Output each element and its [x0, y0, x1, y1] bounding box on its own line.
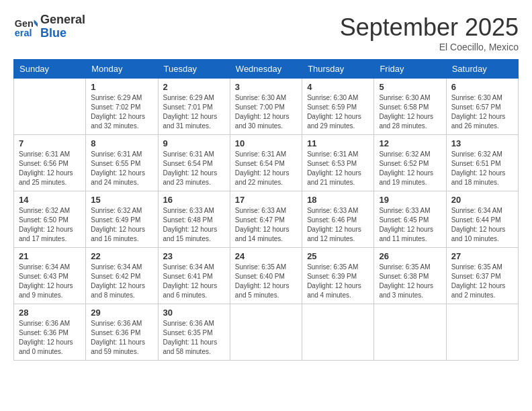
day-number: 2 — [163, 82, 225, 92]
day-info: Sunrise: 6:31 AM Sunset: 6:56 PM Dayligh… — [19, 150, 81, 187]
calendar-cell — [374, 304, 446, 361]
day-number: 16 — [163, 195, 225, 205]
column-header-tuesday: Tuesday — [158, 60, 230, 79]
calendar-cell: 1Sunrise: 6:29 AM Sunset: 7:02 PM Daylig… — [86, 79, 158, 135]
day-info: Sunrise: 6:35 AM Sunset: 6:38 PM Dayligh… — [379, 263, 441, 300]
day-number: 9 — [163, 138, 225, 148]
calendar-cell: 24Sunrise: 6:35 AM Sunset: 6:40 PM Dayli… — [230, 248, 302, 304]
calendar-cell: 22Sunrise: 6:34 AM Sunset: 6:42 PM Dayli… — [86, 248, 158, 304]
calendar-cell: 15Sunrise: 6:32 AM Sunset: 6:49 PM Dayli… — [86, 191, 158, 248]
calendar-cell: 3Sunrise: 6:30 AM Sunset: 7:00 PM Daylig… — [230, 79, 302, 135]
calendar-cell: 19Sunrise: 6:33 AM Sunset: 6:45 PM Dayli… — [374, 191, 446, 248]
day-info: Sunrise: 6:29 AM Sunset: 7:01 PM Dayligh… — [163, 93, 225, 131]
day-number: 8 — [91, 138, 152, 148]
day-info: Sunrise: 6:34 AM Sunset: 6:44 PM Dayligh… — [451, 206, 513, 244]
day-info: Sunrise: 6:32 AM Sunset: 6:49 PM Dayligh… — [91, 206, 152, 244]
calendar-cell: 20Sunrise: 6:34 AM Sunset: 6:44 PM Dayli… — [446, 191, 518, 248]
day-info: Sunrise: 6:33 AM Sunset: 6:47 PM Dayligh… — [235, 206, 297, 244]
calendar-cell: 25Sunrise: 6:35 AM Sunset: 6:39 PM Dayli… — [302, 248, 374, 304]
day-number: 12 — [379, 138, 441, 148]
day-info: Sunrise: 6:31 AM Sunset: 6:55 PM Dayligh… — [91, 150, 152, 187]
day-number: 11 — [307, 138, 369, 148]
day-info: Sunrise: 6:33 AM Sunset: 6:45 PM Dayligh… — [379, 206, 441, 244]
title-block: September 2025 El Coecillo, Mexico — [340, 13, 519, 52]
day-number: 28 — [19, 308, 81, 318]
day-info: Sunrise: 6:35 AM Sunset: 6:40 PM Dayligh… — [235, 263, 297, 300]
calendar-cell: 13Sunrise: 6:32 AM Sunset: 6:51 PM Dayli… — [446, 135, 518, 191]
calendar-cell: 17Sunrise: 6:33 AM Sunset: 6:47 PM Dayli… — [230, 191, 302, 248]
day-number: 18 — [307, 195, 369, 205]
day-number: 19 — [379, 195, 441, 205]
day-info: Sunrise: 6:30 AM Sunset: 6:58 PM Dayligh… — [379, 93, 441, 131]
logo-text: General Blue — [40, 13, 85, 40]
calendar-cell: 29Sunrise: 6:36 AM Sunset: 6:36 PM Dayli… — [86, 304, 158, 361]
calendar-cell: 5Sunrise: 6:30 AM Sunset: 6:58 PM Daylig… — [374, 79, 446, 135]
day-number: 10 — [235, 138, 297, 148]
day-number: 22 — [91, 251, 152, 261]
day-number: 23 — [163, 251, 225, 261]
calendar-cell: 26Sunrise: 6:35 AM Sunset: 6:38 PM Dayli… — [374, 248, 446, 304]
column-header-monday: Monday — [86, 60, 158, 79]
day-info: Sunrise: 6:34 AM Sunset: 6:42 PM Dayligh… — [91, 263, 152, 300]
day-info: Sunrise: 6:29 AM Sunset: 7:02 PM Dayligh… — [91, 93, 152, 131]
page-header: Gen eral General Blue September 2025 El … — [13, 13, 519, 52]
day-number: 6 — [451, 82, 513, 92]
calendar-body: 1Sunrise: 6:29 AM Sunset: 7:02 PM Daylig… — [14, 79, 519, 361]
day-number: 20 — [451, 195, 513, 205]
calendar-cell: 27Sunrise: 6:35 AM Sunset: 6:37 PM Dayli… — [446, 248, 518, 304]
day-number: 4 — [307, 82, 369, 92]
calendar-cell: 2Sunrise: 6:29 AM Sunset: 7:01 PM Daylig… — [158, 79, 230, 135]
calendar-cell: 12Sunrise: 6:32 AM Sunset: 6:52 PM Dayli… — [374, 135, 446, 191]
day-info: Sunrise: 6:31 AM Sunset: 6:54 PM Dayligh… — [235, 150, 297, 187]
logo-line2: Blue — [40, 27, 85, 40]
week-row-5: 28Sunrise: 6:36 AM Sunset: 6:36 PM Dayli… — [14, 304, 519, 361]
day-number: 13 — [451, 138, 513, 148]
calendar-cell — [14, 79, 86, 135]
location-subtitle: El Coecillo, Mexico — [340, 42, 519, 52]
calendar-cell: 8Sunrise: 6:31 AM Sunset: 6:55 PM Daylig… — [86, 135, 158, 191]
column-header-friday: Friday — [374, 60, 446, 79]
day-info: Sunrise: 6:31 AM Sunset: 6:54 PM Dayligh… — [163, 150, 225, 187]
day-number: 5 — [379, 82, 441, 92]
logo-line1: General — [40, 13, 85, 27]
calendar-cell: 4Sunrise: 6:30 AM Sunset: 6:59 PM Daylig… — [302, 79, 374, 135]
day-info: Sunrise: 6:34 AM Sunset: 6:41 PM Dayligh… — [163, 263, 225, 300]
column-header-wednesday: Wednesday — [230, 60, 302, 79]
calendar-cell: 14Sunrise: 6:32 AM Sunset: 6:50 PM Dayli… — [14, 191, 86, 248]
day-info: Sunrise: 6:35 AM Sunset: 6:37 PM Dayligh… — [451, 263, 513, 300]
day-info: Sunrise: 6:34 AM Sunset: 6:43 PM Dayligh… — [19, 263, 81, 300]
day-number: 27 — [451, 251, 513, 261]
day-number: 1 — [91, 82, 152, 92]
day-number: 14 — [19, 195, 81, 205]
week-row-3: 14Sunrise: 6:32 AM Sunset: 6:50 PM Dayli… — [14, 191, 519, 248]
day-number: 21 — [19, 251, 81, 261]
header-row: SundayMondayTuesdayWednesdayThursdayFrid… — [14, 60, 519, 79]
column-header-thursday: Thursday — [302, 60, 374, 79]
calendar-cell: 9Sunrise: 6:31 AM Sunset: 6:54 PM Daylig… — [158, 135, 230, 191]
calendar-cell: 10Sunrise: 6:31 AM Sunset: 6:54 PM Dayli… — [230, 135, 302, 191]
svg-marker-3 — [34, 23, 38, 26]
calendar-cell: 16Sunrise: 6:33 AM Sunset: 6:48 PM Dayli… — [158, 191, 230, 248]
day-info: Sunrise: 6:31 AM Sunset: 6:53 PM Dayligh… — [307, 150, 369, 187]
calendar-cell: 6Sunrise: 6:30 AM Sunset: 6:57 PM Daylig… — [446, 79, 518, 135]
svg-text:eral: eral — [15, 28, 32, 38]
day-info: Sunrise: 6:36 AM Sunset: 6:36 PM Dayligh… — [91, 319, 152, 357]
day-number: 7 — [19, 138, 81, 148]
calendar-table: SundayMondayTuesdayWednesdayThursdayFrid… — [13, 59, 519, 361]
day-info: Sunrise: 6:30 AM Sunset: 6:59 PM Dayligh… — [307, 93, 369, 131]
day-number: 3 — [235, 82, 297, 92]
calendar-cell — [446, 304, 518, 361]
calendar-cell: 23Sunrise: 6:34 AM Sunset: 6:41 PM Dayli… — [158, 248, 230, 304]
calendar-cell — [302, 304, 374, 361]
day-number: 30 — [163, 308, 225, 318]
day-number: 26 — [379, 251, 441, 261]
day-number: 15 — [91, 195, 152, 205]
calendar-cell — [230, 304, 302, 361]
day-info: Sunrise: 6:30 AM Sunset: 7:00 PM Dayligh… — [235, 93, 297, 131]
calendar-header: SundayMondayTuesdayWednesdayThursdayFrid… — [14, 60, 519, 79]
day-info: Sunrise: 6:35 AM Sunset: 6:39 PM Dayligh… — [307, 263, 369, 300]
day-info: Sunrise: 6:36 AM Sunset: 6:36 PM Dayligh… — [19, 319, 81, 357]
day-number: 29 — [91, 308, 152, 318]
calendar-cell: 11Sunrise: 6:31 AM Sunset: 6:53 PM Dayli… — [302, 135, 374, 191]
day-info: Sunrise: 6:36 AM Sunset: 6:35 PM Dayligh… — [163, 319, 225, 357]
